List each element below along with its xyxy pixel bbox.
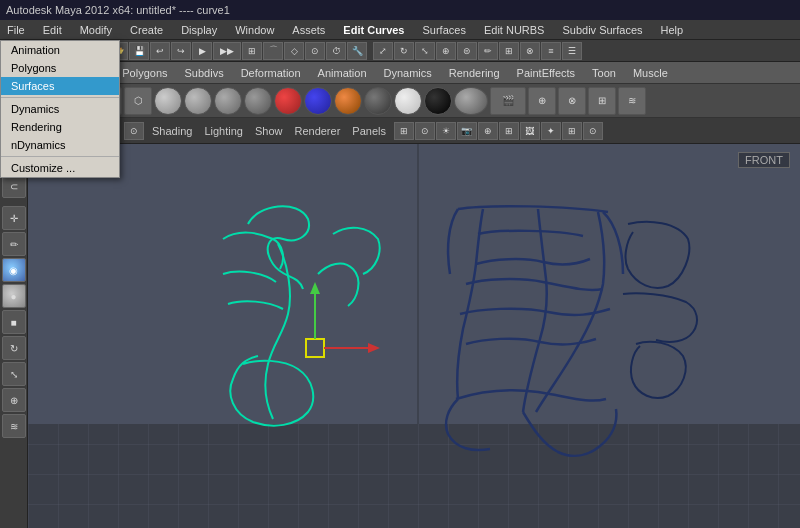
tab-subdivs[interactable]: Subdivs: [177, 63, 232, 83]
shelf-sphere8[interactable]: [364, 87, 392, 115]
iso-btn[interactable]: ⊕: [478, 122, 498, 140]
menu-edit-nurbs[interactable]: Edit NURBS: [481, 23, 548, 37]
show-manipulator-btn[interactable]: ⊞: [499, 42, 519, 60]
shelf-sphere6[interactable]: [304, 87, 332, 115]
shelf-sphere11[interactable]: [454, 87, 488, 115]
tab-painteffects[interactable]: PaintEffects: [509, 63, 584, 83]
rotate-tool-btn[interactable]: ↻: [2, 336, 26, 360]
shelf-extra2[interactable]: ⊗: [558, 87, 586, 115]
playblast-btn[interactable]: ▶▶: [213, 42, 241, 60]
tab-dynamics[interactable]: Dynamics: [376, 63, 440, 83]
icon-strip-main: 📄 📂 💾 ↩ ↪ ▶ ▶▶ ⊞ ⌒ ◇ ⊙ ⏱ 🔧 ⤢ ↻ ⤡ ⊕ ⊜ ✏ ⊞…: [87, 42, 582, 60]
menu-display[interactable]: Display: [178, 23, 220, 37]
tab-muscle[interactable]: Muscle: [625, 63, 676, 83]
sculpt-tool-btn[interactable]: ◉: [2, 258, 26, 282]
panels-label: Panels: [352, 125, 386, 137]
shelf-extra3[interactable]: ⊞: [588, 87, 616, 115]
res-btn[interactable]: ⊞: [499, 122, 519, 140]
rotate-tool-btn[interactable]: ↻: [394, 42, 414, 60]
soft-select-btn[interactable]: ≋: [2, 414, 26, 438]
snap-to-view-btn[interactable]: ⊙: [124, 122, 144, 140]
menu-tabs: Curves Surfaces Polygons Subdivs Deforma…: [0, 62, 800, 84]
cam-btn[interactable]: 📷: [457, 122, 477, 140]
shelf-sphere1[interactable]: [154, 87, 182, 115]
shelf-sphere5[interactable]: [274, 87, 302, 115]
scale-tool-btn[interactable]: ⤡: [2, 362, 26, 386]
dropdown-separator2: [1, 156, 119, 157]
light-btn[interactable]: ☀: [436, 122, 456, 140]
show-label: Show: [255, 125, 283, 137]
smooth-btn[interactable]: ⊙: [415, 122, 435, 140]
move-tool-btn[interactable]: ⤢: [373, 42, 393, 60]
snap-point-btn[interactable]: ◇: [284, 42, 304, 60]
menu-help[interactable]: Help: [658, 23, 687, 37]
shelf-polygon[interactable]: ⬡: [124, 87, 152, 115]
shelf-sphere3[interactable]: [214, 87, 242, 115]
tab-animation[interactable]: Animation: [310, 63, 375, 83]
menu-surfaces[interactable]: Surfaces: [420, 23, 469, 37]
snap-curve-btn[interactable]: ⌒: [263, 42, 283, 60]
shading-label: Shading: [152, 125, 192, 137]
dropdown-menu[interactable]: Animation Polygons Surfaces Dynamics Ren…: [0, 40, 120, 178]
snap-view-btn[interactable]: ⊙: [305, 42, 325, 60]
snap-grid-btn[interactable]: ⊞: [242, 42, 262, 60]
soft-sel-btn[interactable]: ⊜: [457, 42, 477, 60]
shelf-sphere9[interactable]: [394, 87, 422, 115]
menu-window[interactable]: Window: [232, 23, 277, 37]
tab-polygons[interactable]: Polygons: [114, 63, 175, 83]
svg-rect-3: [306, 339, 324, 357]
paint-btn[interactable]: ✏: [478, 42, 498, 60]
tab-deformation[interactable]: Deformation: [233, 63, 309, 83]
menu-edit-curves[interactable]: Edit Curves: [340, 23, 407, 37]
dropdown-surfaces[interactable]: Surfaces: [1, 77, 119, 95]
tab-rendering[interactable]: Rendering: [441, 63, 508, 83]
move-tool-btn[interactable]: ✛: [2, 206, 26, 230]
shelf-sphere2[interactable]: [184, 87, 212, 115]
menu-file[interactable]: File: [4, 23, 28, 37]
dropdown-dynamics[interactable]: Dynamics: [1, 100, 119, 118]
shelf-sphere10[interactable]: [424, 87, 452, 115]
menu-modify[interactable]: Modify: [77, 23, 115, 37]
grid-btn[interactable]: ⊞: [562, 122, 582, 140]
curves-svg: [28, 144, 800, 528]
dropdown-rendering[interactable]: Rendering: [1, 118, 119, 136]
channel-box-btn[interactable]: ☰: [562, 42, 582, 60]
dropdown-separator1: [1, 97, 119, 98]
shelf-video[interactable]: 🎬: [490, 87, 526, 115]
img-btn[interactable]: 🖼: [520, 122, 540, 140]
shelf-sphere4[interactable]: [244, 87, 272, 115]
wireframe-btn[interactable]: ⊞: [394, 122, 414, 140]
fx-btn[interactable]: ✦: [541, 122, 561, 140]
input-line-btn[interactable]: ≡: [541, 42, 561, 60]
dropdown-polygons[interactable]: Polygons: [1, 59, 119, 77]
universal-tool-btn[interactable]: ⊕: [2, 388, 26, 412]
shelf-sphere7[interactable]: [334, 87, 362, 115]
redo-btn[interactable]: ↪: [171, 42, 191, 60]
menu-assets[interactable]: Assets: [289, 23, 328, 37]
dropdown-animation[interactable]: Animation: [1, 41, 119, 59]
svg-marker-5: [310, 282, 320, 294]
dropdown-customize[interactable]: Customize ...: [1, 159, 119, 177]
shelf-extra4[interactable]: ≋: [618, 87, 646, 115]
universal-tool-btn[interactable]: ⊕: [436, 42, 456, 60]
render-btn[interactable]: ▶: [192, 42, 212, 60]
menu-create[interactable]: Create: [127, 23, 166, 37]
undo-btn[interactable]: ↩: [150, 42, 170, 60]
history-btn[interactable]: ⏱: [326, 42, 346, 60]
box-tool-btn[interactable]: ■: [2, 310, 26, 334]
dropdown-ndynamics[interactable]: nDynamics: [1, 136, 119, 154]
paint-tool-btn[interactable]: ✏: [2, 232, 26, 256]
viewport[interactable]: FRONT: [28, 144, 800, 528]
gimbal-btn[interactable]: ⊗: [520, 42, 540, 60]
sphere-tool-btn[interactable]: ●: [2, 284, 26, 308]
renderer-label: Renderer: [294, 125, 340, 137]
scale-tool-btn[interactable]: ⤡: [415, 42, 435, 60]
hud-btn[interactable]: ⊙: [583, 122, 603, 140]
shelf-extra1[interactable]: ⊕: [528, 87, 556, 115]
menu-subdiv-surfaces[interactable]: Subdiv Surfaces: [559, 23, 645, 37]
menu-edit[interactable]: Edit: [40, 23, 65, 37]
shelf-row: ⊞ ✏ ✕ ⊙ ⬡ 🎬 ⊕ ⊗ ⊞ ≋: [0, 84, 800, 118]
construction-btn[interactable]: 🔧: [347, 42, 367, 60]
save-scene-btn[interactable]: 💾: [129, 42, 149, 60]
tab-toon[interactable]: Toon: [584, 63, 624, 83]
